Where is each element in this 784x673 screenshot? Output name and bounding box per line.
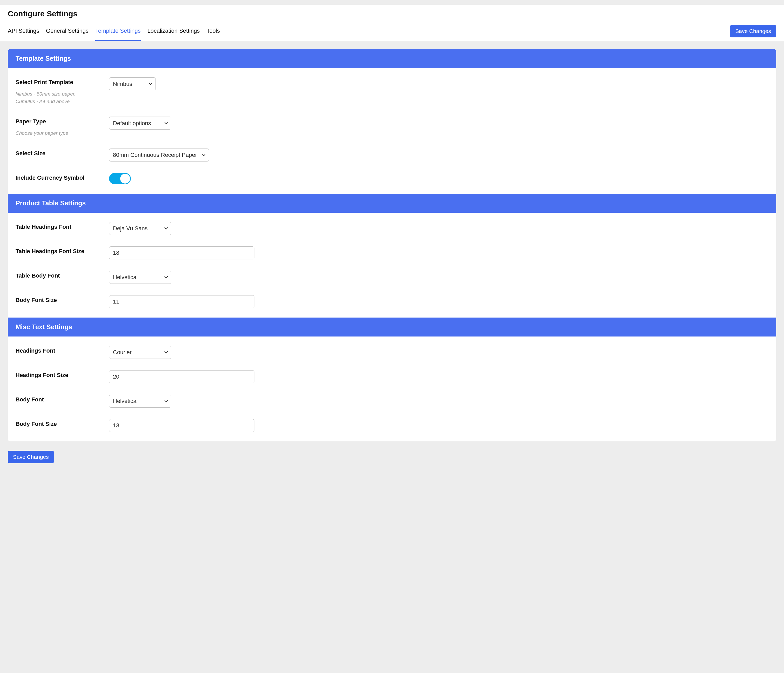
tab-tools[interactable]: Tools [207, 21, 220, 41]
section-header-misc-text: Misc Text Settings [8, 318, 776, 336]
hint-paper-type: Choose your paper type [16, 129, 93, 137]
toggle-include-currency[interactable] [109, 173, 131, 184]
select-misc-body-font[interactable]: Helvetica [109, 395, 171, 408]
input-misc-headings-font-size[interactable] [109, 370, 254, 383]
input-body-font-size[interactable] [109, 295, 254, 308]
select-table-headings-font[interactable]: Deja Vu Sans [109, 222, 171, 235]
input-table-headings-font-size[interactable] [109, 246, 254, 259]
label-misc-headings-font: Headings Font [16, 347, 109, 354]
input-misc-body-font-size[interactable] [109, 419, 254, 432]
select-table-body-font[interactable]: Helvetica [109, 271, 171, 284]
label-paper-type: Paper Type [16, 118, 109, 125]
section-header-product-table: Product Table Settings [8, 194, 776, 213]
label-select-size: Select Size [16, 150, 109, 157]
label-misc-headings-font-size: Headings Font Size [16, 372, 109, 379]
label-table-headings-font: Table Headings Font [16, 224, 109, 230]
page-title: Configure Settings [8, 9, 776, 18]
tab-template-settings[interactable]: Template Settings [95, 21, 141, 41]
tab-localization-settings[interactable]: Localization Settings [148, 21, 200, 41]
tab-general-settings[interactable]: General Settings [46, 21, 89, 41]
label-table-body-font: Table Body Font [16, 273, 109, 279]
label-body-font-size: Body Font Size [16, 297, 109, 304]
label-misc-body-font: Body Font [16, 396, 109, 403]
section-header-template: Template Settings [8, 49, 776, 68]
tabs: API Settings General Settings Template S… [8, 21, 220, 41]
select-size[interactable]: 80mm Continuous Receipt Paper [109, 148, 209, 162]
label-print-template: Select Print Template [16, 79, 109, 86]
label-table-headings-font-size: Table Headings Font Size [16, 248, 109, 255]
hint-print-template: Nimbus - 80mm size paper, Cumulus - A4 a… [16, 90, 93, 105]
select-misc-headings-font[interactable]: Courier [109, 346, 171, 359]
tab-api-settings[interactable]: API Settings [8, 21, 39, 41]
select-print-template[interactable]: Nimbus [109, 77, 156, 90]
select-paper-type[interactable]: Default options [109, 117, 171, 129]
save-changes-bottom-button[interactable]: Save Changes [8, 451, 54, 463]
toggle-knob [120, 174, 130, 184]
label-include-currency: Include Currency Symbol [16, 174, 109, 181]
label-misc-body-font-size: Body Font Size [16, 421, 109, 427]
save-changes-top-button[interactable]: Save Changes [730, 25, 776, 37]
